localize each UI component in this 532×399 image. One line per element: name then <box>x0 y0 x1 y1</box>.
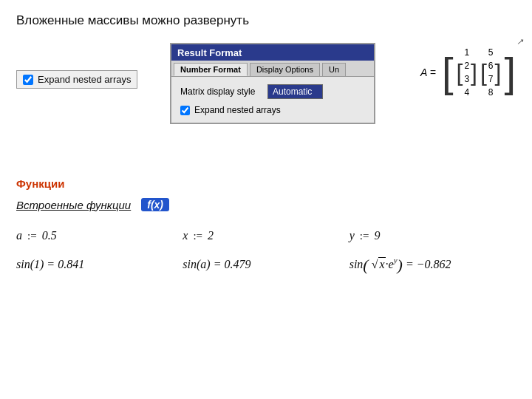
inner-bracket-left-1: [ <box>457 62 463 83</box>
eq-x: x := 2 <box>183 229 349 242</box>
matrix-display-label: Matrix display style <box>180 86 262 97</box>
sin1-text: sin(1) = 0.841 <box>16 258 84 271</box>
matrix-label: A = <box>420 66 436 78</box>
builtin-label: Встроенные функции <box>16 199 131 211</box>
dialog-title: Result Format <box>177 47 242 58</box>
sin1-item: sin(1) = 0.841 <box>16 258 183 271</box>
equations-row1: a := 0.5 x := 2 y := 9 <box>16 229 516 242</box>
sqrt-content: x <box>378 257 385 271</box>
sincomplex-item: sin( √ x ·ey) = −0.862 <box>349 256 516 275</box>
sincomplex-text: sin( √ x ·ey) = −0.862 <box>349 256 451 275</box>
eq-y-text: y := 9 <box>349 229 381 242</box>
dialog-expand-row[interactable]: Expand nested arrays <box>180 105 365 115</box>
matrix-display-dropdown[interactable]: Automatic <box>267 84 323 99</box>
inner-bracket-left-2: [ <box>480 62 487 83</box>
dialog-content: Matrix display style Automatic Expand ne… <box>171 77 374 123</box>
tab-display-options[interactable]: Display Options <box>250 63 320 76</box>
matrix-display-row: Matrix display style Automatic <box>180 84 365 99</box>
dialog-expand-checkbox[interactable] <box>180 106 190 115</box>
tab-un[interactable]: Un <box>322 63 346 76</box>
matrix-col2-bracket: [ 5 6 7 8 ] <box>480 46 501 99</box>
equations-row2: sin(1) = 0.841 sin(a) = 0.479 sin( √ x ·… <box>16 256 516 275</box>
dialog-titlebar: Result Format <box>171 44 374 61</box>
outer-bracket-left: [ <box>442 54 454 91</box>
outer-bracket-right: ] <box>504 54 516 91</box>
expand-nested-checkbox[interactable] <box>23 75 33 85</box>
matrix-display: A = [ [ 1 2 3 4 ] [ <box>420 46 516 99</box>
inner-bracket-right-2: ] <box>495 62 502 83</box>
dropdown-value: Automatic <box>273 86 312 97</box>
fx-badge: f(x) <box>141 198 169 211</box>
dialog-tabs: Number Format Display Options Un <box>171 61 374 77</box>
sina-item: sin(a) = 0.479 <box>183 258 349 271</box>
matrix-col1-values: 1 2 3 4 <box>464 46 469 99</box>
expand-nested-label: Expand nested arrays <box>38 74 131 85</box>
eq-x-text: x := 2 <box>183 229 214 242</box>
matrix-section: ↗ A = [ [ 1 2 3 4 ] [ <box>420 43 516 99</box>
page-container: Вложенные массивы можно развернуть Expan… <box>0 0 532 399</box>
tab-number-format[interactable]: Number Format <box>174 63 248 76</box>
result-format-dialog: Result Format Number Format Display Opti… <box>170 43 375 124</box>
matrix-col1-bracket: [ 1 2 3 4 ] <box>457 46 477 99</box>
expand-nested-checkbox-row[interactable]: Expand nested arrays <box>16 70 137 89</box>
sina-text: sin(a) = 0.479 <box>183 258 250 271</box>
matrix-tilde: ↗ <box>516 37 523 47</box>
math-area: a := 0.5 x := 2 y := 9 sin(1) = 0.841 <box>16 229 516 275</box>
builtin-row: Встроенные функции f(x) <box>16 198 169 211</box>
eq-a-text: a := 0.5 <box>16 229 57 242</box>
inner-bracket-right-1: ] <box>471 62 477 83</box>
functions-heading: Функции <box>16 177 64 190</box>
eq-a: a := 0.5 <box>16 229 183 242</box>
dialog-expand-label: Expand nested arrays <box>194 105 281 115</box>
matrix-col2-values: 5 6 7 8 <box>488 46 494 99</box>
page-title: Вложенные массивы можно развернуть <box>16 13 249 28</box>
eq-y: y := 9 <box>349 229 516 242</box>
sqrt-symbol: √ <box>372 258 378 271</box>
